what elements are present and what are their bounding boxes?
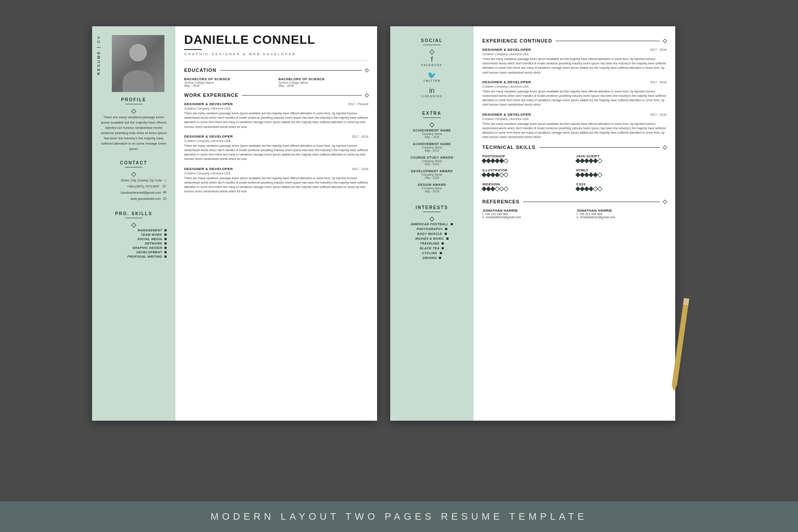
tech-skill-item: ILLUSTRATOR: [482, 168, 573, 177]
tech-skill-name: HTML5: [576, 168, 666, 172]
work-date-p2: 2017 - 2018: [650, 113, 666, 116]
page2-main: EXPERIENCE CONTINUED DESIGNER & DEVELOPE…: [474, 26, 675, 421]
interest-name: PHOTOGRAPHY: [417, 227, 443, 231]
references-title: REFERENCES: [482, 199, 520, 204]
skill-item: GRAPHIC DESIGN: [99, 246, 169, 249]
ref-name: JONATHAN HARRIE: [482, 209, 572, 213]
interest-name: TRAVELING: [420, 242, 439, 245]
interest-name: DRIVING: [423, 256, 437, 259]
edu-date: May - 2018: [184, 84, 274, 87]
contact-website-item: www.yourwebsite.com ⊡: [99, 196, 169, 201]
work-entries-p2: DESIGNER & DEVELOPER 2017 - 2018 Creativ…: [482, 48, 666, 139]
education-diamond: [365, 68, 369, 72]
work-entry-desc: There are many variations passage lorem …: [184, 111, 368, 129]
references-grid: JONATHAN HARRIE t. +60 222 444 666 e. em…: [482, 209, 666, 219]
skill-dot-empty: [503, 173, 508, 177]
extra-item: ACHIEVEMENT NAME Company Name May - 2018: [401, 128, 463, 138]
work-entry-company: Creative Company | America USA.: [184, 139, 368, 142]
exp-continued-diamond: [663, 39, 667, 43]
extra-items: ACHIEVEMENT NAME Company Name May - 2018…: [401, 128, 463, 193]
work-title: WORK EXPERIENCE: [184, 92, 239, 98]
interests-section: INTERESTS AMERICAN FOOTBALL PHOTOGRAPHY …: [395, 200, 469, 265]
contact-email: luisebranlaramail@gmail.com: [121, 191, 161, 194]
extra-item-company: Company Name: [401, 187, 463, 190]
extra-item: COURSE STUDY AWARD Company Name May - 20…: [401, 156, 463, 166]
tech-skill-name: PHOTOSHOP: [482, 154, 573, 158]
references-header: REFERENCES: [482, 199, 666, 204]
work-entry-header-p2: DESIGNER & DEVELOPER 2017 - 2018: [482, 48, 666, 52]
skill-dots-row: [482, 187, 573, 191]
contact-phone-item: +060-(0875)-7575-6997 ☏: [99, 184, 169, 188]
contact-website: www.yourwebsite.com: [131, 197, 161, 200]
extra-item-date: May - 2018: [401, 163, 463, 166]
edu-item: BACHELORS OF SCIENCE School College Name…: [278, 77, 368, 87]
pro-skills-diamond: [131, 223, 136, 227]
tech-skill-name: JAVA SCRIPT: [576, 154, 666, 158]
page-1: RESUME | CV PROFILE There are many varia…: [92, 26, 377, 421]
work-entry-company: Creative Company | America USA.: [184, 172, 368, 175]
extra-item-company: Company Name: [401, 132, 463, 135]
tech-skills-title: TECHNICAL SKILLS: [482, 145, 536, 150]
work-entry: DESIGNER & DEVELOPER 2017 - 2018 Creativ…: [184, 167, 368, 194]
interest-item: TRAVELING: [401, 242, 463, 245]
skill-name: TEAM WORK: [141, 233, 162, 236]
interest-name: CYCLING: [422, 252, 438, 255]
pro-skills-title: PRO. SKILLS: [99, 211, 169, 218]
extra-item-company: Company Name: [401, 160, 463, 163]
work-entry-title: DESIGNER & DEVELOPER: [184, 102, 233, 106]
extra-item-date: May - 2018: [401, 149, 463, 152]
extra-diamond: [429, 122, 434, 127]
candidate-subtitle: GRAPHIC DESIGNER & WEB DEVELOPER: [184, 52, 368, 56]
work-entry-p2: DESIGNER & DEVELOPER 2017 - 2018 Creativ…: [482, 48, 666, 75]
tech-skill-item: PHOTOSHOP: [482, 154, 573, 163]
contact-diamond: [131, 172, 136, 177]
edu-date: May - 2018: [278, 84, 368, 87]
profile-text: There are many variations passage lorem …: [99, 115, 169, 152]
contact-address-item: Street, City, Country, Zip Code ⌂: [99, 178, 169, 182]
edu-item: BACHELORS OF SCIENCE School College Name…: [184, 77, 274, 87]
work-entry-title: DESIGNER & DEVELOPER: [184, 167, 233, 171]
work-entry-date: 2017 - 2018: [352, 167, 368, 170]
home-icon: ⌂: [164, 178, 167, 182]
interest-item: AMERICAN FOOTBALL: [401, 223, 463, 226]
profile-title: PROFILE: [99, 97, 169, 104]
work-header: WORK EXPERIENCE: [184, 92, 368, 98]
edu-degree: BACHELORS OF SCIENCE: [184, 77, 274, 81]
work-entry-desc: There are many variations passage lorem …: [184, 144, 368, 162]
contact-phone: +060-(0875)-7575-6997: [127, 185, 160, 188]
work-entry-title: DESIGNER & DEVELOPER: [184, 135, 233, 138]
tech-skill-item: JAVA SCRIPT: [576, 154, 666, 163]
ref-phone: t. +60 222 444 666: [482, 213, 572, 216]
social-diamond: [429, 50, 434, 54]
bottom-bar: MODERN LAYOUT TWO PAGES RESUME TEMPLATE: [0, 501, 798, 532]
social-item: in LINKEDING: [401, 87, 463, 98]
pro-skills-section: PRO. SKILLS MANAGEMENTTEAM WORKSOCIAL ME…: [92, 206, 175, 263]
skill-dot: [164, 251, 167, 253]
interest-dot: [451, 223, 453, 225]
interest-dot: [439, 257, 441, 259]
avatar-placeholder: [112, 35, 164, 92]
extra-item-title: ACHIEVEMENT NAME: [401, 142, 463, 146]
skill-item: DEVELOPMENT: [99, 251, 169, 254]
reference-item: JONATHAN HARRIE t. +60 222 444 666 e. em…: [482, 209, 572, 219]
interest-item: BODY MUSCLE: [401, 232, 463, 235]
work-desc-p2: There are many variations passage lorem …: [482, 89, 666, 107]
profile-section: PROFILE There are many variations passag…: [92, 92, 175, 155]
references-diamond: [663, 199, 667, 204]
social-item: f FACEBOOK: [401, 56, 463, 67]
social-icon: in: [429, 87, 435, 95]
page-background: { "background": { "color": "#4a4a4a" }, …: [0, 0, 798, 532]
pencil-eraser: [683, 298, 689, 305]
education-grid: BACHELORS OF SCIENCE School College Name…: [184, 77, 368, 87]
extra-item: DEVELOPMENT AWARD Company Name May - 201…: [401, 169, 463, 179]
skill-name: NETWORK: [145, 242, 162, 245]
skill-item: TEAM WORK: [99, 233, 169, 236]
skill-name: DEVELOPMENT: [136, 251, 162, 254]
work-entry-header: DESIGNER & DEVELOPER 2017 - Present: [184, 102, 368, 106]
skill-dots-row: [482, 159, 573, 163]
interest-name: MOVIES & MUSIC: [415, 237, 444, 240]
work-title-p2: DESIGNER & DEVELOPER: [482, 48, 531, 52]
interests-title: INTERESTS: [401, 205, 463, 212]
education-title: EDUCATION: [184, 67, 217, 73]
extra-section: EXTRA ACHIEVEMENT NAME Company Name May …: [395, 106, 469, 200]
